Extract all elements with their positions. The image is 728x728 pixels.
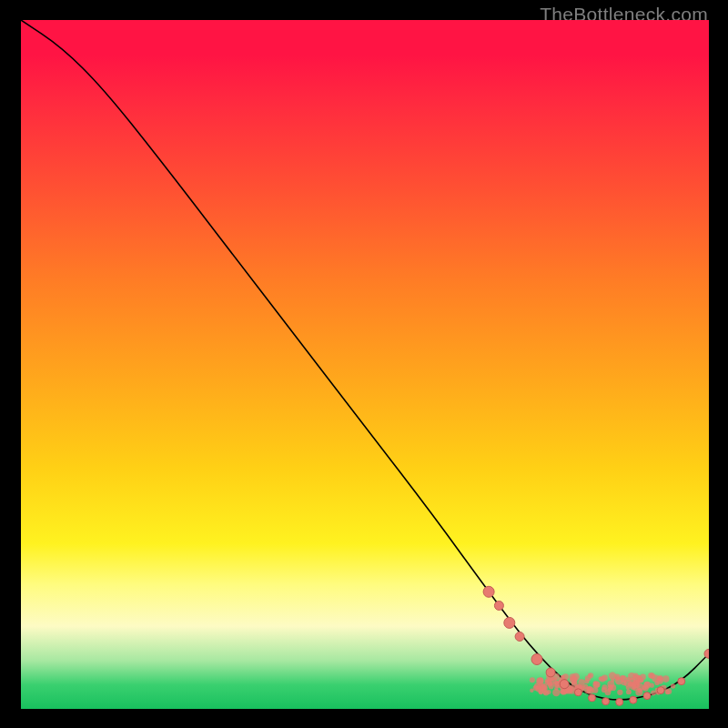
marker-dot xyxy=(584,679,589,683)
marker-dot xyxy=(654,681,659,685)
marker-point xyxy=(643,693,651,700)
marker-dot xyxy=(626,690,632,695)
curve-group xyxy=(21,20,709,700)
marker-point xyxy=(574,689,581,696)
marker-point xyxy=(483,586,494,597)
marker-point xyxy=(546,668,555,677)
marker-dot xyxy=(588,672,593,678)
marker-dot xyxy=(666,688,672,694)
marker-dot xyxy=(602,674,608,681)
marker-point xyxy=(515,632,524,642)
marker-dot xyxy=(662,675,670,682)
marker-dot xyxy=(587,686,593,693)
plot-area xyxy=(21,20,709,709)
marker-dot xyxy=(594,682,601,688)
marker-dot xyxy=(602,684,608,690)
marker-dot xyxy=(617,690,622,695)
marker-dot xyxy=(650,673,655,679)
marker-dot xyxy=(547,690,551,694)
marker-dot xyxy=(636,680,641,684)
chart-svg-layer xyxy=(21,20,709,709)
marker-dot xyxy=(530,677,535,682)
marker-point xyxy=(531,654,542,665)
marker-point xyxy=(494,602,503,611)
marker-dot xyxy=(554,681,559,685)
marker-dot xyxy=(554,686,558,690)
marker-point xyxy=(630,696,637,703)
marker-dot xyxy=(620,675,625,681)
marker-dot xyxy=(592,687,599,693)
marker-dot xyxy=(671,683,675,688)
marker-point xyxy=(504,617,515,628)
marker-dot xyxy=(637,683,644,691)
marker-dot xyxy=(651,690,656,695)
marker-dot xyxy=(570,676,577,683)
marker-dot xyxy=(561,675,565,680)
marker-point xyxy=(657,687,664,694)
chart-stage: TheBottleneck.com xyxy=(0,0,728,728)
marker-dot xyxy=(535,685,541,692)
marker-dot xyxy=(650,683,654,688)
marker-point xyxy=(589,694,596,702)
marker-point xyxy=(616,698,623,705)
marker-dot xyxy=(537,677,543,683)
marker-dot xyxy=(609,685,613,690)
marker-point xyxy=(560,680,569,689)
bottleneck-curve xyxy=(21,20,709,700)
marker-dot xyxy=(609,672,616,679)
marker-dot xyxy=(626,677,631,682)
marker-dot xyxy=(545,680,549,683)
marker-point xyxy=(602,698,610,705)
marker-point xyxy=(678,678,685,685)
marker-dot xyxy=(561,690,566,695)
